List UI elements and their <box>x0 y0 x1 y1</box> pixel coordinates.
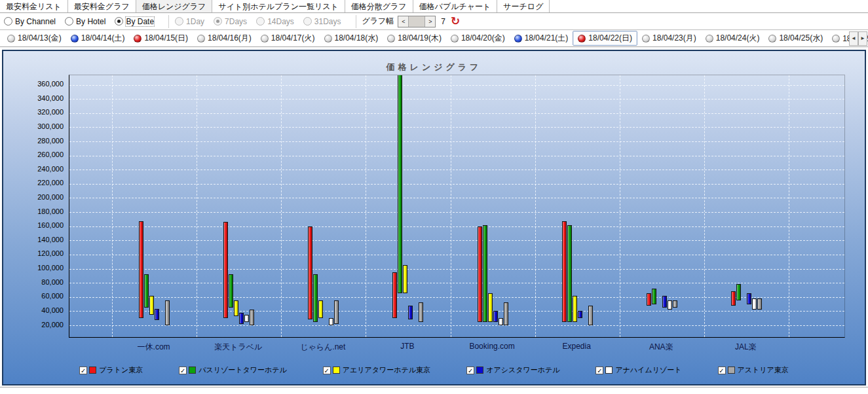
range-bar <box>329 318 333 325</box>
y-tick-label: 60,000 <box>3 292 64 300</box>
range-bar <box>578 311 582 318</box>
range-bar <box>504 302 508 325</box>
range-bar <box>398 75 402 293</box>
y-gridline <box>69 297 844 298</box>
y-tick-label: 20,000 <box>3 321 64 329</box>
x-category-label: 一休.com <box>138 342 170 353</box>
graph-width-spinner: < > <box>398 16 436 27</box>
scroll-left-icon[interactable]: ◄ <box>849 31 858 46</box>
x-axis-labels: 一休.com楽天トラベルじゃらん.netJTBBooking.comExpedi… <box>69 342 845 352</box>
spinner-track[interactable] <box>409 16 425 27</box>
radio-label: 31Days <box>314 17 341 26</box>
legend-item: ✓アナハイムリゾート <box>595 365 681 375</box>
date-tab[interactable]: 18/04/24(火) <box>701 31 764 45</box>
date-status-icon <box>197 35 205 43</box>
spinner-increment-button[interactable]: > <box>425 16 435 27</box>
view-tab[interactable]: 価格レンジグラフ <box>136 0 213 12</box>
range-bar <box>223 222 228 318</box>
date-tab[interactable]: 18/04/19(木) <box>383 31 446 45</box>
x-gridline <box>535 75 536 337</box>
date-tab[interactable]: 18/04/13(金) <box>3 31 66 45</box>
legend-color-swatch <box>605 367 613 374</box>
y-tick-label: 220,000 <box>3 179 64 187</box>
date-tab[interactable]: 18/04/22(日) <box>573 31 637 46</box>
x-gridline <box>281 75 282 337</box>
date-tab[interactable]: 18/04/16(月) <box>193 31 256 45</box>
legend-item: ✓パスリゾートタワーホテル <box>179 365 287 375</box>
graph-width-label: グラフ幅 <box>362 16 394 27</box>
chart-title: 価格レンジグラフ <box>3 62 865 73</box>
y-tick-label: 40,000 <box>3 306 64 314</box>
view-tab[interactable]: サイト別ホテルプラン一覧リスト <box>212 0 345 12</box>
date-status-icon <box>261 35 269 43</box>
date-status-icon <box>514 35 522 43</box>
date-tab[interactable]: 18/04/21(土) <box>510 31 573 45</box>
radio-label: By Channel <box>15 17 56 26</box>
y-gridline <box>69 226 844 227</box>
date-tab[interactable]: 18/04/18(水) <box>320 31 383 45</box>
date-tab[interactable]: 18/04/17(火) <box>256 31 320 45</box>
y-gridline <box>69 127 844 128</box>
radio-1day: 1Day <box>175 17 204 26</box>
radio-31days: 31Days <box>303 17 341 26</box>
date-tab[interactable]: 18/04/20(金) <box>446 31 510 45</box>
radio-circle-icon <box>4 17 12 26</box>
legend-item: ✓オアシスタワーホテル <box>466 365 559 375</box>
date-tab[interactable]: 18/04/14(土) <box>66 31 130 45</box>
range-bar <box>647 293 651 305</box>
spinner-decrement-button[interactable]: < <box>398 16 409 27</box>
group-by-radios: By ChannelBy HotelBy Date <box>4 17 163 26</box>
range-bar <box>493 311 498 321</box>
view-tab[interactable]: 価格分散グラフ <box>345 0 413 12</box>
date-status-icon <box>387 35 395 43</box>
date-tab[interactable]: 18/04/23(月) <box>637 31 701 45</box>
legend-checkbox[interactable]: ✓ <box>79 367 87 374</box>
legend-series-label: アストリア東京 <box>738 365 789 375</box>
legend-checkbox[interactable]: ✓ <box>718 367 726 374</box>
date-status-icon <box>706 35 713 43</box>
radio-by-date[interactable]: By Date <box>115 17 154 26</box>
date-tab[interactable]: 18/04/15(日) <box>129 31 193 45</box>
view-tab[interactable]: サーチログ <box>497 0 550 12</box>
toolbar-separator <box>356 15 357 28</box>
y-tick-label: 80,000 <box>3 278 64 286</box>
y-tick-label: 100,000 <box>3 264 64 272</box>
range-bar <box>408 306 413 320</box>
view-tab-bar: 最安料金リスト最安料金グラフ価格レンジグラフサイト別ホテルプラン一覧リスト価格分… <box>0 0 868 13</box>
radio-circle-icon <box>65 17 73 26</box>
legend-checkbox[interactable]: ✓ <box>179 367 187 374</box>
radio-label: 14Days <box>267 17 294 26</box>
y-tick-label: 120,000 <box>3 249 64 257</box>
date-tab[interactable]: 18/04/25(水) <box>764 31 827 45</box>
date-status-icon <box>134 35 142 43</box>
range-bar <box>478 226 482 322</box>
date-status-icon <box>7 35 15 43</box>
legend-color-swatch <box>333 367 340 374</box>
toolbar-separator <box>168 15 170 28</box>
legend-series-label: アナハイムリゾート <box>615 365 681 375</box>
range-bar <box>668 300 672 310</box>
y-gridline <box>69 170 844 170</box>
legend-series-label: パスリゾートタワーホテル <box>198 365 287 375</box>
legend-checkbox[interactable]: ✓ <box>466 367 474 374</box>
date-tab-label: 18/04/19(木) <box>398 33 442 44</box>
y-tick-label: 180,000 <box>3 207 64 215</box>
scroll-right-icon[interactable]: ► <box>858 31 867 46</box>
radio-by-hotel[interactable]: By Hotel <box>65 17 105 26</box>
view-tab[interactable]: 最安料金リスト <box>0 0 68 12</box>
refresh-icon[interactable]: ↻ <box>451 16 460 27</box>
radio-by-channel[interactable]: By Channel <box>4 17 56 26</box>
date-status-icon <box>71 35 79 43</box>
view-tab[interactable]: 価格バブルチャート <box>413 0 498 12</box>
x-category-label: Booking.com <box>469 342 514 351</box>
x-gridline <box>197 75 197 337</box>
legend-color-swatch <box>89 367 96 374</box>
range-bar <box>562 221 567 322</box>
legend-checkbox[interactable]: ✓ <box>595 367 603 374</box>
date-status-icon <box>451 35 459 43</box>
legend-checkbox[interactable]: ✓ <box>323 367 331 374</box>
radio-label: 1Day <box>186 17 204 26</box>
view-tab[interactable]: 最安料金グラフ <box>68 0 136 12</box>
y-gridline <box>69 99 844 99</box>
legend-series-label: プラトン東京 <box>99 365 143 375</box>
